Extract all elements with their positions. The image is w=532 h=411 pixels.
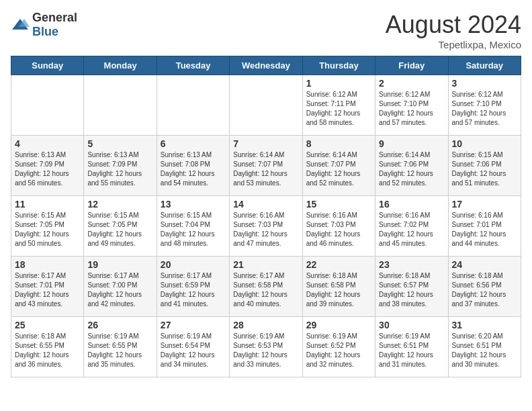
day-header-sunday: Sunday — [11, 56, 84, 75]
cell-info: Sunrise: 6:14 AM Sunset: 7:06 PM Dayligh… — [379, 150, 444, 188]
calendar-cell: 22Sunrise: 6:18 AM Sunset: 6:58 PM Dayli… — [302, 257, 375, 317]
calendar-cell: 23Sunrise: 6:18 AM Sunset: 6:57 PM Dayli… — [375, 257, 448, 317]
week-row-1: 1Sunrise: 6:12 AM Sunset: 7:11 PM Daylig… — [11, 75, 521, 136]
day-number: 26 — [87, 320, 152, 330]
calendar-cell: 18Sunrise: 6:17 AM Sunset: 7:01 PM Dayli… — [11, 257, 84, 317]
calendar-cell: 6Sunrise: 6:13 AM Sunset: 7:08 PM Daylig… — [157, 136, 229, 196]
day-header-wednesday: Wednesday — [230, 56, 302, 75]
day-number: 17 — [452, 199, 517, 210]
calendar-cell: 14Sunrise: 6:16 AM Sunset: 7:03 PM Dayli… — [230, 196, 302, 257]
calendar-cell — [230, 75, 302, 136]
calendar-cell: 7Sunrise: 6:14 AM Sunset: 7:07 PM Daylig… — [230, 136, 302, 196]
calendar-cell: 15Sunrise: 6:16 AM Sunset: 7:03 PM Dayli… — [302, 196, 375, 257]
day-number: 4 — [15, 138, 80, 149]
title-area: August 2024 Tepetlixpa, Mexico — [386, 11, 521, 50]
logo-icon — [11, 17, 30, 32]
cell-info: Sunrise: 6:12 AM Sunset: 7:10 PM Dayligh… — [379, 90, 444, 128]
cell-info: Sunrise: 6:18 AM Sunset: 6:58 PM Dayligh… — [306, 271, 371, 309]
calendar-cell: 3Sunrise: 6:12 AM Sunset: 7:10 PM Daylig… — [448, 75, 521, 136]
calendar-cell: 16Sunrise: 6:16 AM Sunset: 7:02 PM Dayli… — [375, 196, 448, 257]
day-number: 30 — [379, 320, 444, 330]
logo: General Blue — [11, 11, 77, 39]
cell-info: Sunrise: 6:14 AM Sunset: 7:07 PM Dayligh… — [233, 150, 298, 188]
day-number: 9 — [379, 138, 444, 149]
calendar-cell: 24Sunrise: 6:18 AM Sunset: 6:56 PM Dayli… — [448, 257, 521, 317]
day-number: 27 — [161, 320, 226, 330]
calendar-cell: 19Sunrise: 6:17 AM Sunset: 7:00 PM Dayli… — [84, 257, 157, 317]
cell-info: Sunrise: 6:15 AM Sunset: 7:05 PM Dayligh… — [15, 211, 80, 248]
cell-info: Sunrise: 6:16 AM Sunset: 7:01 PM Dayligh… — [452, 211, 517, 248]
calendar-cell: 30Sunrise: 6:19 AM Sunset: 6:51 PM Dayli… — [375, 317, 448, 377]
week-row-4: 18Sunrise: 6:17 AM Sunset: 7:01 PM Dayli… — [11, 257, 521, 317]
cell-info: Sunrise: 6:18 AM Sunset: 6:55 PM Dayligh… — [15, 332, 80, 369]
calendar-cell: 8Sunrise: 6:14 AM Sunset: 7:07 PM Daylig… — [302, 136, 375, 196]
day-number: 15 — [306, 199, 371, 210]
cell-info: Sunrise: 6:19 AM Sunset: 6:55 PM Dayligh… — [87, 332, 152, 369]
header-row: SundayMondayTuesdayWednesdayThursdayFrid… — [11, 56, 521, 75]
day-number: 25 — [15, 320, 80, 330]
day-number: 5 — [87, 138, 152, 149]
cell-info: Sunrise: 6:12 AM Sunset: 7:10 PM Dayligh… — [452, 90, 517, 128]
calendar-cell: 10Sunrise: 6:15 AM Sunset: 7:06 PM Dayli… — [448, 136, 521, 196]
cell-info: Sunrise: 6:13 AM Sunset: 7:08 PM Dayligh… — [161, 150, 226, 188]
cell-info: Sunrise: 6:12 AM Sunset: 7:11 PM Dayligh… — [306, 90, 371, 128]
cell-info: Sunrise: 6:16 AM Sunset: 7:03 PM Dayligh… — [233, 211, 298, 248]
cell-info: Sunrise: 6:19 AM Sunset: 6:51 PM Dayligh… — [379, 332, 444, 369]
cell-info: Sunrise: 6:19 AM Sunset: 6:54 PM Dayligh… — [161, 332, 226, 369]
day-number: 8 — [306, 138, 371, 149]
calendar-cell — [157, 75, 229, 136]
day-number: 16 — [379, 199, 444, 210]
day-header-monday: Monday — [84, 56, 157, 75]
cell-info: Sunrise: 6:15 AM Sunset: 7:06 PM Dayligh… — [452, 150, 517, 188]
day-number: 31 — [452, 320, 517, 330]
calendar-cell — [84, 75, 157, 136]
calendar-cell — [11, 75, 84, 136]
calendar-table: SundayMondayTuesdayWednesdayThursdayFrid… — [11, 56, 521, 377]
cell-info: Sunrise: 6:14 AM Sunset: 7:07 PM Dayligh… — [306, 150, 371, 188]
cell-info: Sunrise: 6:13 AM Sunset: 7:09 PM Dayligh… — [87, 150, 152, 188]
calendar-cell: 20Sunrise: 6:17 AM Sunset: 6:59 PM Dayli… — [157, 257, 229, 317]
day-number: 3 — [452, 78, 517, 89]
day-number: 6 — [161, 138, 226, 149]
cell-info: Sunrise: 6:20 AM Sunset: 6:51 PM Dayligh… — [452, 332, 517, 369]
calendar-cell: 29Sunrise: 6:19 AM Sunset: 6:52 PM Dayli… — [302, 317, 375, 377]
day-header-saturday: Saturday — [448, 56, 521, 75]
page-header: General Blue August 2024 Tepetlixpa, Mex… — [11, 11, 521, 50]
cell-info: Sunrise: 6:17 AM Sunset: 7:01 PM Dayligh… — [15, 271, 80, 309]
logo-general: General — [32, 11, 77, 24]
day-number: 13 — [161, 199, 226, 210]
logo-blue: Blue — [32, 25, 58, 38]
calendar-cell: 28Sunrise: 6:19 AM Sunset: 6:53 PM Dayli… — [230, 317, 302, 377]
week-row-5: 25Sunrise: 6:18 AM Sunset: 6:55 PM Dayli… — [11, 317, 521, 377]
day-number: 19 — [87, 259, 152, 270]
day-number: 1 — [306, 78, 371, 89]
page-title: August 2024 — [386, 11, 521, 39]
calendar-cell: 4Sunrise: 6:13 AM Sunset: 7:09 PM Daylig… — [11, 136, 84, 196]
day-number: 22 — [306, 259, 371, 270]
cell-info: Sunrise: 6:16 AM Sunset: 7:02 PM Dayligh… — [379, 211, 444, 248]
calendar-cell: 26Sunrise: 6:19 AM Sunset: 6:55 PM Dayli… — [84, 317, 157, 377]
day-number: 18 — [15, 259, 80, 270]
day-number: 29 — [306, 320, 371, 330]
cell-info: Sunrise: 6:17 AM Sunset: 6:59 PM Dayligh… — [161, 271, 226, 309]
week-row-2: 4Sunrise: 6:13 AM Sunset: 7:09 PM Daylig… — [11, 136, 521, 196]
day-number: 10 — [452, 138, 517, 149]
day-number: 20 — [161, 259, 226, 270]
calendar-cell: 21Sunrise: 6:17 AM Sunset: 6:58 PM Dayli… — [230, 257, 302, 317]
calendar-cell: 31Sunrise: 6:20 AM Sunset: 6:51 PM Dayli… — [448, 317, 521, 377]
cell-info: Sunrise: 6:15 AM Sunset: 7:05 PM Dayligh… — [87, 211, 152, 248]
day-header-tuesday: Tuesday — [157, 56, 229, 75]
cell-info: Sunrise: 6:19 AM Sunset: 6:52 PM Dayligh… — [306, 332, 371, 369]
day-number: 14 — [233, 199, 298, 210]
cell-info: Sunrise: 6:18 AM Sunset: 6:56 PM Dayligh… — [452, 271, 517, 309]
cell-info: Sunrise: 6:19 AM Sunset: 6:53 PM Dayligh… — [233, 332, 298, 369]
day-number: 21 — [233, 259, 298, 270]
calendar-cell: 11Sunrise: 6:15 AM Sunset: 7:05 PM Dayli… — [11, 196, 84, 257]
day-number: 23 — [379, 259, 444, 270]
calendar-cell: 2Sunrise: 6:12 AM Sunset: 7:10 PM Daylig… — [375, 75, 448, 136]
day-number: 11 — [15, 199, 80, 210]
calendar-cell: 17Sunrise: 6:16 AM Sunset: 7:01 PM Dayli… — [448, 196, 521, 257]
calendar-cell: 9Sunrise: 6:14 AM Sunset: 7:06 PM Daylig… — [375, 136, 448, 196]
day-number: 24 — [452, 259, 517, 270]
cell-info: Sunrise: 6:16 AM Sunset: 7:03 PM Dayligh… — [306, 211, 371, 248]
